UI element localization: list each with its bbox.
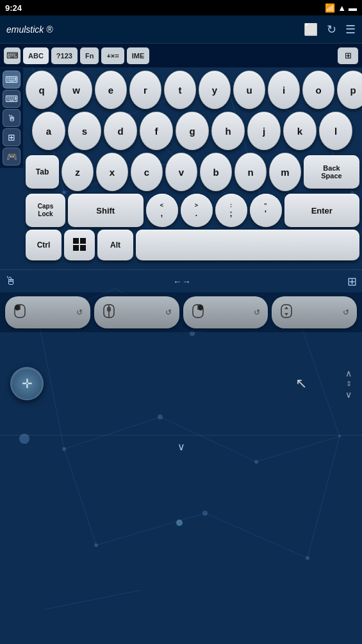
key-h[interactable]: h <box>211 112 245 150</box>
sidebar-item-apps[interactable]: ⊞ <box>3 128 21 146</box>
sym-bot-1: , <box>161 209 163 218</box>
key-r[interactable]: r <box>129 71 161 109</box>
key-enter[interactable]: Enter <box>284 194 360 227</box>
svg-rect-47 <box>80 245 86 251</box>
key-g[interactable]: g <box>176 112 209 150</box>
status-icons: 📶 ▲ ▬ <box>325 3 357 13</box>
nav-bottom: ∨ <box>0 435 362 458</box>
key-v[interactable]: v <box>165 153 197 191</box>
key-m[interactable]: m <box>269 153 301 191</box>
scroll-scroll-icon: ↺ <box>343 308 349 317</box>
svg-rect-45 <box>80 238 86 244</box>
key-f[interactable]: f <box>140 112 173 150</box>
mouse-toolbar-icon[interactable]: 🖱 <box>5 275 17 288</box>
keyboard-row-5: Ctrl Alt <box>26 230 359 260</box>
sym-top-2: > <box>195 202 198 209</box>
svg-rect-44 <box>73 238 79 244</box>
sidebar-item-mouse[interactable]: 🖱 <box>3 109 21 127</box>
menu-icon[interactable]: ☰ <box>345 22 356 37</box>
key-n[interactable]: n <box>234 153 267 191</box>
refresh-icon[interactable]: ↻ <box>327 22 336 37</box>
svg-rect-50 <box>15 305 20 310</box>
key-i[interactable]: i <box>268 71 300 109</box>
key-win[interactable] <box>64 230 95 260</box>
key-w[interactable]: w <box>60 71 92 109</box>
mouse-right-button[interactable]: ↺ <box>183 296 268 328</box>
battery-icon: ▬ <box>349 3 357 13</box>
sym-top-3: : <box>230 202 232 209</box>
sidebar-item-keyboard2[interactable]: ⌨ <box>3 90 21 108</box>
key-b[interactable]: b <box>200 153 232 191</box>
key-comma-lt[interactable]: < , <box>146 194 178 227</box>
sym-bot-4: ' <box>265 209 267 218</box>
status-bar: 9:24 📶 ▲ ▬ <box>0 0 362 15</box>
shift-label: Shift <box>96 206 115 216</box>
expand-button[interactable]: ⊞ <box>338 47 358 64</box>
mouse-left-button[interactable]: ↺ <box>5 296 90 328</box>
key-e[interactable]: e <box>95 71 127 109</box>
apps-sidebar-icon: ⊞ <box>8 132 15 142</box>
key-t[interactable]: t <box>164 71 196 109</box>
mouse-section: 🖱 ←→ ⊞ ↺ <box>0 269 362 458</box>
key-j[interactable]: j <box>247 112 281 150</box>
sym-top-1: < <box>160 202 163 209</box>
keyboard2-sidebar-icon: ⌨ <box>5 94 18 104</box>
key-period-gt[interactable]: > . <box>181 194 213 227</box>
key-alt[interactable]: Alt <box>97 230 133 260</box>
key-q[interactable]: q <box>26 71 58 109</box>
key-a[interactable]: a <box>32 112 65 150</box>
key-o[interactable]: o <box>302 71 334 109</box>
svg-rect-56 <box>198 305 203 310</box>
alt-label: Alt <box>110 241 120 250</box>
key-tab[interactable]: Tab <box>26 155 59 189</box>
key-p[interactable]: p <box>337 71 362 109</box>
svg-rect-53 <box>107 307 111 312</box>
fn-button[interactable]: Fn <box>80 47 99 64</box>
ime-button[interactable]: IME <box>127 47 150 64</box>
signal-icon: ▲ <box>338 3 346 13</box>
screen-icon[interactable]: ⬜ <box>304 22 318 37</box>
scroll-separator: ⇕ <box>346 380 352 388</box>
key-d[interactable]: d <box>104 112 137 150</box>
key-s[interactable]: s <box>68 112 101 150</box>
num-button[interactable]: ?123 <box>51 47 78 64</box>
sidebar-item-keyboard[interactable]: ⌨ <box>3 71 21 89</box>
middle-click-icon <box>102 304 116 321</box>
sym-button[interactable]: +×= <box>101 47 124 64</box>
key-ctrl[interactable]: Ctrl <box>26 230 62 260</box>
mouse-scroll-button[interactable]: ↺ <box>272 296 357 328</box>
sidebar-item-gamepad[interactable]: 🎮 <box>3 148 21 165</box>
capslock-label-2: Lock <box>38 210 53 218</box>
key-u[interactable]: u <box>233 71 265 109</box>
gamepad-sidebar-icon: 🎮 <box>6 151 17 162</box>
keyboard-row-1: q w e r t y u i o p <box>26 71 359 109</box>
sym-bot-3: ; <box>230 209 233 218</box>
left-arrow-indicator: ←→ <box>173 276 191 287</box>
mouse-expand-icon[interactable]: ⊞ <box>347 275 357 289</box>
ctrl-label: Ctrl <box>37 241 51 250</box>
joystick-icon: ✛ <box>22 376 33 391</box>
key-k[interactable]: k <box>283 112 317 150</box>
key-x[interactable]: x <box>96 153 128 191</box>
key-z[interactable]: z <box>62 153 94 191</box>
key-semicolon-colon[interactable]: : ; <box>215 194 247 227</box>
mouse-middle-button[interactable]: ↺ <box>94 296 179 328</box>
key-space[interactable] <box>136 230 359 260</box>
key-shift[interactable]: Shift <box>68 194 144 227</box>
key-backspace[interactable]: Back Space <box>304 155 359 189</box>
key-l[interactable]: l <box>319 112 352 150</box>
sym-top-4: " <box>264 202 267 209</box>
win-icon <box>73 238 86 253</box>
key-quote[interactable]: " ' <box>250 194 282 227</box>
wifi-icon: 📶 <box>325 3 335 13</box>
sidebar: ⌨ ⌨ 🖱 ⊞ 🎮 <box>0 68 23 168</box>
key-c[interactable]: c <box>131 153 163 191</box>
scroll-down-arrow: ∨ <box>345 389 352 400</box>
joystick-button[interactable]: ✛ <box>10 367 44 400</box>
keyboard-mode-icon[interactable]: ⌨ <box>4 47 21 64</box>
key-capslock[interactable]: Caps Lock <box>26 194 65 227</box>
nav-down-arrow[interactable]: ∨ <box>177 441 185 453</box>
abc-button[interactable]: ABC <box>23 47 49 64</box>
key-y[interactable]: y <box>199 71 231 109</box>
keyboard-sidebar-icon: ⌨ <box>5 74 18 85</box>
